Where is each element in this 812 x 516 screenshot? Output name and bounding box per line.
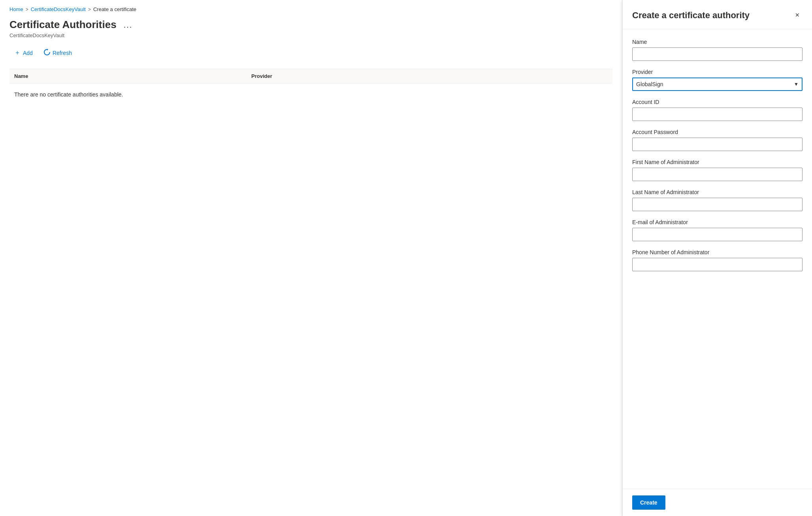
create-button[interactable]: Create — [632, 495, 665, 510]
email-field-group: E-mail of Administrator — [632, 219, 803, 241]
name-input[interactable] — [632, 47, 803, 61]
toolbar: ＋ Add Refresh — [9, 46, 612, 62]
account-password-field-group: Account Password — [632, 129, 803, 151]
column-provider-header: Provider — [251, 73, 608, 79]
breadcrumb: Home > CertificateDocsKeyVault > Create … — [9, 6, 612, 12]
create-ca-panel: Create a certificate authority × Name Pr… — [622, 0, 812, 516]
breadcrumb-sep-2: > — [88, 7, 91, 12]
provider-field-group: Provider GlobalSign DigiCert ▼ — [632, 69, 803, 91]
first-name-field-group: First Name of Administrator — [632, 159, 803, 181]
close-panel-button[interactable]: × — [792, 9, 803, 21]
add-button[interactable]: ＋ Add — [9, 46, 38, 59]
certificate-authorities-table: Name Provider There are no certificate a… — [9, 69, 612, 106]
last-name-field-group: Last Name of Administrator — [632, 189, 803, 211]
account-id-field-group: Account ID — [632, 99, 803, 121]
phone-input[interactable] — [632, 258, 803, 271]
first-name-input[interactable] — [632, 168, 803, 181]
page-subtitle: CertificateDocsKeyVault — [9, 32, 612, 38]
email-input[interactable] — [632, 228, 803, 241]
page-header: Certificate Authorities ... — [9, 19, 612, 31]
add-label: Add — [23, 50, 33, 56]
page-title: Certificate Authorities — [9, 19, 117, 31]
provider-label: Provider — [632, 69, 803, 75]
name-label: Name — [632, 39, 803, 45]
name-field-group: Name — [632, 39, 803, 61]
account-id-input[interactable] — [632, 108, 803, 121]
breadcrumb-current: Create a certificate — [93, 6, 136, 12]
account-id-label: Account ID — [632, 99, 803, 105]
email-label: E-mail of Administrator — [632, 219, 803, 225]
panel-header: Create a certificate authority × — [623, 0, 812, 29]
column-name-header: Name — [14, 73, 251, 79]
table-header: Name Provider — [9, 69, 612, 83]
phone-field-group: Phone Number of Administrator — [632, 249, 803, 271]
panel-body: Name Provider GlobalSign DigiCert ▼ Acco… — [623, 29, 812, 489]
refresh-button[interactable]: Refresh — [39, 47, 77, 59]
add-icon: ＋ — [14, 49, 21, 57]
account-password-label: Account Password — [632, 129, 803, 135]
last-name-input[interactable] — [632, 198, 803, 211]
refresh-icon — [44, 49, 50, 57]
left-panel: Home > CertificateDocsKeyVault > Create … — [0, 0, 622, 516]
panel-footer: Create — [623, 489, 812, 516]
empty-state-message: There are no certificate authorities ava… — [9, 83, 612, 106]
account-password-input[interactable] — [632, 138, 803, 151]
provider-select[interactable]: GlobalSign DigiCert — [632, 77, 803, 91]
panel-title: Create a certificate authority — [632, 10, 750, 21]
breadcrumb-sep-1: > — [26, 7, 28, 12]
provider-select-wrapper: GlobalSign DigiCert ▼ — [632, 77, 803, 91]
refresh-label: Refresh — [53, 50, 72, 56]
first-name-label: First Name of Administrator — [632, 159, 803, 165]
more-options-button[interactable]: ... — [121, 20, 135, 30]
breadcrumb-keyvault[interactable]: CertificateDocsKeyVault — [31, 6, 86, 12]
last-name-label: Last Name of Administrator — [632, 189, 803, 195]
phone-label: Phone Number of Administrator — [632, 249, 803, 255]
breadcrumb-home[interactable]: Home — [9, 6, 23, 12]
